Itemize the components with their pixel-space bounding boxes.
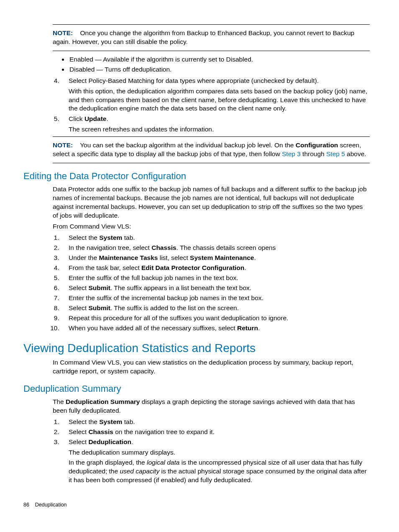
viewing-p1: In Command View VLS, you can view statis… xyxy=(53,358,370,376)
note-label: NOTE: xyxy=(53,141,73,149)
dedup-step-3: Select Deduplication. The deduplication … xyxy=(61,438,370,485)
heading-dedup-summary: Deduplication Summary xyxy=(23,383,370,395)
link-step-5[interactable]: Step 5 xyxy=(326,150,345,157)
heading-viewing: Viewing Deduplication Statistics and Rep… xyxy=(23,340,370,356)
page-number: 86 xyxy=(23,502,29,508)
editing-step-6: Select Submit. The suffix appears in a l… xyxy=(61,284,370,293)
editing-step-1: Select the System tab. xyxy=(61,234,370,242)
step-5-lead-pre: Click xyxy=(69,115,84,122)
editing-step-10: When you have added all of the necessary… xyxy=(61,324,370,333)
step-4: Select Policy-Based Matching for data ty… xyxy=(61,77,370,113)
note2-t3: through xyxy=(301,150,326,157)
steps-list-top: Select Policy-Based Matching for data ty… xyxy=(23,77,370,134)
dedup-step-2: Select Chassis on the navigation tree to… xyxy=(61,428,370,437)
editing-steps: Select the System tab. In the navigation… xyxy=(23,234,370,332)
editing-step-8: Select Submit. The suffix is added to th… xyxy=(61,304,370,313)
note-box-config: NOTE: You can set the backup algorithm a… xyxy=(53,136,370,163)
note2-t4: above. xyxy=(345,150,366,157)
note-text: Once you change the algorithm from Backu… xyxy=(53,29,354,45)
heading-editing: Editing the Data Protector Configuration xyxy=(23,170,370,182)
step-5-lead-bold: Update xyxy=(84,115,107,122)
page-footer: 86 Deduplication xyxy=(23,501,370,509)
dedup-step-3-p1: The deduplication summary displays. xyxy=(69,448,370,457)
editing-step-2: In the navigation tree, select Chassis. … xyxy=(61,244,370,252)
step-4-body: With this option, the deduplication algo… xyxy=(69,87,370,113)
editing-p1: Data Protector adds one suffix to the ba… xyxy=(53,185,370,220)
step-5-body: The screen refreshes and updates the inf… xyxy=(69,125,370,134)
note2-b1: Configuration xyxy=(296,141,338,149)
note2-t1: You can set the backup algorithm at the … xyxy=(80,141,296,149)
dedup-steps: Select the System tab. Select Chassis on… xyxy=(23,418,370,485)
algorithm-state-list: Enabled — Available if the algorithm is … xyxy=(23,55,370,74)
editing-step-3: Under the Maintenance Tasks list, select… xyxy=(61,254,370,262)
editing-step-5: Enter the suffix of the full backup job … xyxy=(61,274,370,283)
editing-step-9: Repeat this procedure for all of the suf… xyxy=(61,314,370,323)
step-5-lead-post: . xyxy=(106,115,108,122)
link-step-3[interactable]: Step 3 xyxy=(282,150,301,157)
dedup-step-1: Select the System tab. xyxy=(61,418,370,427)
note-label: NOTE: xyxy=(53,29,73,36)
bullet-disabled: Disabled — Turns off deduplication. xyxy=(69,65,370,74)
step-5: Click Update. The screen refreshes and u… xyxy=(61,115,370,134)
editing-step-4: From the task bar, select Edit Data Prot… xyxy=(61,264,370,272)
footer-section: Deduplication xyxy=(35,502,67,508)
dedup-p1: The Deduplication Summary displays a gra… xyxy=(53,398,370,415)
step-4-lead: Select Policy-Based Matching for data ty… xyxy=(69,77,319,84)
editing-p2: From Command View VLS: xyxy=(53,222,370,231)
bullet-enabled: Enabled — Available if the algorithm is … xyxy=(69,55,370,64)
note-box-algorithm: NOTE: Once you change the algorithm from… xyxy=(53,24,370,51)
editing-step-7: Enter the suffix of the incremental back… xyxy=(61,294,370,303)
dedup-step-3-p2: In the graph displayed, the logical data… xyxy=(69,458,370,485)
